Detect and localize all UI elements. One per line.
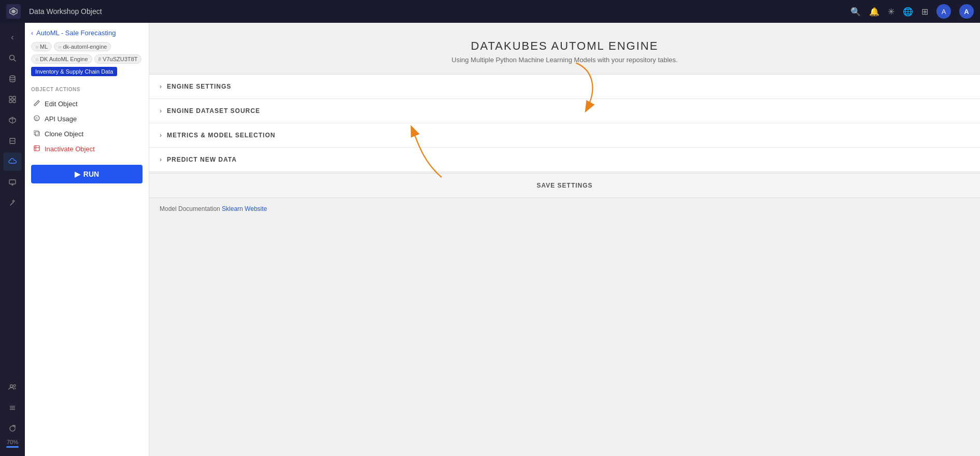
predict-data-label: PREDICT NEW DATA: [167, 156, 237, 163]
zoom-label: 70%: [7, 439, 18, 445]
svg-marker-1: [11, 9, 16, 13]
content-header: DATAKUBES AUTOML ENGINE Using Multiple P…: [149, 23, 980, 74]
sidebar-users[interactable]: [3, 378, 22, 396]
sidebar-search[interactable]: [3, 49, 22, 67]
back-label: AutoML - Sale Forecasting: [36, 29, 116, 37]
app-logo[interactable]: [6, 4, 21, 19]
chevron-predict: ›: [160, 156, 162, 163]
clone-object-label: Clone Object: [45, 130, 83, 138]
run-icon: ▶: [75, 170, 80, 178]
tag-row-3: Inventory & Supply Chain Data: [31, 67, 143, 76]
svg-rect-7: [9, 100, 12, 103]
svg-line-3: [14, 60, 16, 62]
user-avatar[interactable]: A: [936, 4, 951, 19]
svg-rect-27: [34, 146, 39, 151]
tag-row-2: ○ DK AutoML Engine # V7uSZU3T8T: [31, 54, 143, 64]
inactivate-icon: [33, 145, 40, 153]
bell-icon[interactable]: 🔔: [869, 7, 879, 17]
search-icon[interactable]: 🔍: [850, 7, 861, 17]
run-label: RUN: [83, 170, 99, 178]
engine-dataset-label: ENGINE DATASET SOURCE: [167, 107, 260, 115]
sidebar-monitor[interactable]: [3, 173, 22, 192]
svg-rect-8: [13, 100, 16, 103]
tag-engine: ○ dk-automl-engine: [54, 42, 111, 51]
sidebar-cloud[interactable]: [3, 152, 22, 171]
object-actions-label: OBJECT ACTIONS: [31, 87, 143, 92]
sidebar-list[interactable]: [3, 398, 22, 417]
chevron-engine-settings: ›: [160, 83, 162, 90]
main-content: DATAKUBES AUTOML ENGINE Using Multiple P…: [149, 23, 980, 456]
save-settings-button[interactable]: SAVE SETTINGS: [149, 173, 980, 198]
globe-icon[interactable]: 🌐: [903, 7, 913, 17]
svg-point-18: [10, 385, 13, 388]
sidebar-cube[interactable]: [3, 111, 22, 130]
app-title: Data Workshop Object: [29, 7, 846, 16]
tag-engine-icon: ○: [58, 44, 61, 50]
tag-ml: ○ ML: [31, 42, 52, 51]
sections-container: › ENGINE SETTINGS › ENGINE DATASET SOURC…: [149, 74, 980, 172]
api-usage-action[interactable]: {} API Usage: [31, 111, 143, 126]
tag-row-1: ○ ML ○ dk-automl-engine: [31, 42, 143, 51]
svg-rect-25: [35, 132, 39, 136]
engine-settings-section[interactable]: › ENGINE SETTINGS: [149, 75, 980, 99]
top-nav: Data Workshop Object 🔍 🔔 ✳ 🌐 ⊞ A A: [0, 0, 980, 23]
svg-text:{}: {}: [35, 117, 38, 121]
sidebar-layers[interactable]: [3, 132, 22, 150]
edit-icon: [33, 99, 40, 108]
content-wrapper: DATAKUBES AUTOML ENGINE Using Multiple P…: [149, 23, 980, 220]
svg-rect-26: [34, 131, 38, 135]
user-menu[interactable]: A: [959, 4, 974, 19]
model-doc: Model Documentation Sklearn Website: [149, 198, 980, 220]
tag-dk-icon: ○: [35, 56, 38, 62]
tag-dk: ○ DK AutoML Engine: [31, 54, 92, 64]
brightness-icon[interactable]: ✳: [888, 7, 894, 17]
svg-point-19: [13, 384, 16, 387]
sklearn-link[interactable]: Sklearn Website: [222, 205, 267, 212]
metrics-model-label: METRICS & MODEL SELECTION: [167, 132, 275, 139]
inactivate-object-action[interactable]: Inactivate Object: [31, 141, 143, 156]
svg-point-4: [10, 76, 15, 78]
zoom-bar: [6, 446, 19, 448]
api-icon: {}: [33, 115, 40, 123]
svg-rect-14: [9, 180, 16, 184]
clone-icon: [33, 130, 40, 138]
svg-rect-6: [13, 96, 16, 99]
sidebar-tools[interactable]: [3, 194, 22, 212]
tag-ml-label: ML: [40, 44, 48, 50]
svg-rect-5: [9, 96, 12, 99]
content-title: DATAKUBES AUTOML ENGINE: [160, 39, 970, 53]
sidebar-collapse[interactable]: ‹: [3, 28, 22, 47]
api-usage-label: API Usage: [45, 115, 77, 123]
engine-settings-label: ENGINE SETTINGS: [167, 83, 231, 90]
edit-object-action[interactable]: Edit Object: [31, 96, 143, 111]
grid-icon[interactable]: ⊞: [921, 7, 928, 17]
sidebar-refresh[interactable]: [3, 419, 22, 438]
tag-hash: # V7uSZU3T8T: [94, 54, 142, 64]
back-button[interactable]: ‹ AutoML - Sale Forecasting: [31, 29, 143, 37]
nav-icons: 🔍 🔔 ✳ 🌐 ⊞ A A: [850, 4, 974, 19]
back-icon: ‹: [31, 30, 33, 37]
tag-engine-label: dk-automl-engine: [63, 44, 107, 50]
model-doc-label: Model Documentation: [160, 205, 220, 212]
metrics-model-section[interactable]: › METRICS & MODEL SELECTION: [149, 123, 980, 148]
left-panel: ‹ AutoML - Sale Forecasting ○ ML ○ dk-au…: [25, 23, 149, 456]
icon-sidebar: ‹ 70: [0, 23, 25, 456]
sidebar-database[interactable]: [3, 69, 22, 88]
content-subtitle: Using Multiple Python Machine Learning M…: [160, 56, 970, 64]
tag-ml-icon: ○: [35, 44, 38, 50]
clone-object-action[interactable]: Clone Object: [31, 126, 143, 141]
engine-dataset-section[interactable]: › ENGINE DATASET SOURCE: [149, 99, 980, 123]
tag-hash-label: V7uSZU3T8T: [103, 56, 137, 62]
tag-hash-icon: #: [98, 56, 102, 62]
predict-data-section[interactable]: › PREDICT NEW DATA: [149, 148, 980, 172]
category-tag: Inventory & Supply Chain Data: [31, 67, 117, 76]
chevron-dataset: ›: [160, 107, 162, 115]
inactivate-object-label: Inactivate Object: [45, 145, 95, 153]
sidebar-grid[interactable]: [3, 90, 22, 109]
run-button[interactable]: ▶ RUN: [31, 165, 143, 183]
main-layout: ‹ 70: [0, 23, 980, 456]
save-settings-label: SAVE SETTINGS: [536, 182, 592, 189]
svg-line-17: [10, 202, 13, 205]
chevron-metrics: ›: [160, 132, 162, 139]
edit-object-label: Edit Object: [45, 100, 78, 108]
